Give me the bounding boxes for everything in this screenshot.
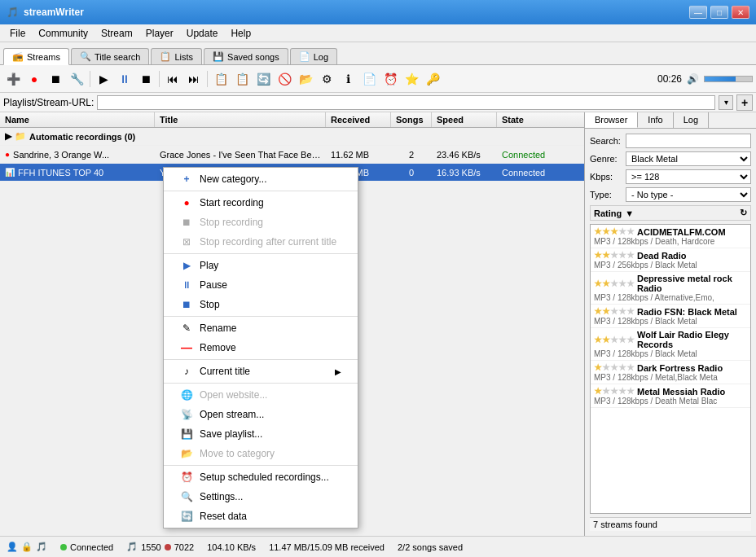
cancel-button[interactable]: 🚫 <box>275 69 294 89</box>
stream-songs-2: 0 <box>391 166 432 179</box>
ctx-start-recording[interactable]: ● Start recording <box>164 193 358 213</box>
category-songs <box>391 135 432 138</box>
refresh-streams-button[interactable]: ↻ <box>740 208 747 218</box>
ctx-current-title[interactable]: ♪ Current title ▶ <box>164 362 358 381</box>
col-songs[interactable]: Songs <box>391 112 432 127</box>
list-item[interactable]: ● Sandrine, 3 Orange W... Grace Jones - … <box>0 146 584 164</box>
maximize-button[interactable]: □ <box>710 6 728 19</box>
menu-stream[interactable]: Stream <box>94 26 139 41</box>
add-stream-button[interactable]: + <box>736 94 753 111</box>
refresh-button[interactable]: 🔄 <box>253 69 273 89</box>
stream-browser-name: ★★★★★ ACIDMETALFM.COM <box>594 226 747 237</box>
ctx-play[interactable]: ▶ Play <box>164 256 358 275</box>
kbps-select[interactable]: >= 128 <box>626 169 751 184</box>
right-panel: Browser Info Log Search: Genre: Black Me… <box>585 112 756 536</box>
prev-button[interactable]: ⏮ <box>163 69 182 89</box>
ctx-stop[interactable]: ⏹ Stop <box>164 295 358 314</box>
search-input[interactable] <box>626 134 751 148</box>
col-speed[interactable]: Speed <box>432 112 497 127</box>
pause-button[interactable]: ⏸ <box>115 69 134 89</box>
folder-icon: 📁 <box>15 131 26 142</box>
stream-browser-item[interactable]: ★★★★★ Radio FSN: Black Metal MP3 / 128kb… <box>591 305 750 328</box>
ctx-pause-label: Pause <box>200 279 227 291</box>
ctx-save-playlist[interactable]: 💾 Save playlist... <box>164 424 358 444</box>
menu-community[interactable]: Community <box>32 26 94 41</box>
tab-saved-songs[interactable]: 💾 Saved songs <box>204 48 288 64</box>
connection-status: Connected <box>60 542 113 552</box>
tab-browser[interactable]: Browser <box>585 112 638 128</box>
list-button[interactable]: 📄 <box>359 69 379 89</box>
stream-browser-item[interactable]: ★★★★★ Metal Messiah Radio MP3 / 128kbps … <box>591 384 750 408</box>
paste-button[interactable]: 📋 <box>232 69 252 89</box>
play-icon: ▶ <box>180 259 193 272</box>
tab-log-browser[interactable]: Log <box>674 112 709 128</box>
stream-browser-item[interactable]: ★★★★★ Depressive metal rock Radio MP3 / … <box>591 272 750 305</box>
col-title[interactable]: Title <box>155 112 326 127</box>
next-button[interactable]: ⏭ <box>184 69 204 89</box>
col-state[interactable]: State <box>497 112 562 127</box>
close-button[interactable]: ✕ <box>732 6 749 19</box>
play-button[interactable]: ▶ <box>94 69 113 89</box>
info-button[interactable]: ℹ <box>338 69 358 89</box>
url-input[interactable] <box>97 95 715 110</box>
ctx-settings[interactable]: 🔍 Settings... <box>164 487 358 507</box>
url-dropdown-button[interactable]: ▾ <box>719 95 733 110</box>
ctx-open-stream[interactable]: 📡 Open stream... <box>164 405 358 424</box>
ctx-open-website: 🌐 Open website... <box>164 385 358 405</box>
ctx-reset-data[interactable]: 🔄 Reset data <box>164 507 358 526</box>
volume-slider[interactable] <box>704 76 753 82</box>
tab-title-search[interactable]: 🔍 Title search <box>71 48 149 64</box>
settings-button[interactable]: ⚙ <box>317 69 336 89</box>
ctx-setup-recordings[interactable]: ⏰ Setup scheduled recordings... <box>164 467 358 487</box>
list-header: Name Title Received Songs Speed State <box>0 112 584 128</box>
ctx-pause[interactable]: ⏸ Pause <box>164 275 358 295</box>
genre-select[interactable]: Black Metal <box>626 151 751 166</box>
ctx-stop-after-title: ⊠ Stop recording after current title <box>164 232 358 252</box>
col-received[interactable]: Received <box>326 112 391 127</box>
ctx-new-category-label: New category... <box>200 173 266 185</box>
ctx-rename[interactable]: ✎ Rename <box>164 318 358 338</box>
menu-help[interactable]: Help <box>224 26 257 41</box>
songs-saved-value: 2/2 songs saved <box>398 542 463 552</box>
stop-record-button[interactable]: ⏹ <box>46 69 65 89</box>
tab-streams[interactable]: 📻 Streams <box>3 48 69 65</box>
genre-label: Genre: <box>590 154 622 164</box>
menu-file[interactable]: File <box>3 26 32 41</box>
minimize-button[interactable]: — <box>689 6 707 19</box>
ctx-new-category[interactable]: + New category... <box>164 169 358 189</box>
add-button[interactable]: ➕ <box>3 69 23 89</box>
stream-browser-item[interactable]: ★★★★★ Dark Fortress Radio MP3 / 128kbps … <box>591 361 750 384</box>
options-button[interactable]: 🔧 <box>67 69 86 89</box>
stream-browser-name: ★★★★★ Dead Radio <box>594 250 747 261</box>
star-empty-icon: ★ <box>610 250 618 260</box>
list-item[interactable]: ▶ 📁 Automatic recordings (0) <box>0 128 584 146</box>
tab-log[interactable]: 📄 Log <box>290 48 337 64</box>
record-button[interactable]: ● <box>24 69 44 89</box>
speed-segment: 104.10 KB/s <box>207 542 256 552</box>
stop-button[interactable]: ⏹ <box>136 69 156 89</box>
stream-results[interactable]: ★★★★★ ACIDMETALFM.COM MP3 / 128kbps / De… <box>590 224 751 514</box>
status-icons: 👤 🔒 🎵 <box>7 542 47 552</box>
ctx-rename-label: Rename <box>200 322 236 334</box>
tab-lists-label: Lists <box>174 52 193 62</box>
browse-button[interactable]: 📂 <box>296 69 315 89</box>
stream-browser-item[interactable]: ★★★★★ ACIDMETALFM.COM MP3 / 128kbps / De… <box>591 225 750 248</box>
log-icon: 📄 <box>299 51 310 62</box>
title-bar-left: 🎵 streamWriter <box>7 7 84 18</box>
stream-received-1: 11.62 MB <box>326 148 391 161</box>
col-name[interactable]: Name <box>0 112 155 127</box>
stream-browser-item[interactable]: ★★★★★ Dead Radio MP3 / 256kbps / Black M… <box>591 248 750 272</box>
menu-player[interactable]: Player <box>139 26 180 41</box>
type-select[interactable]: - No type - <box>626 187 751 202</box>
copy-button[interactable]: 📋 <box>211 69 231 89</box>
ctx-start-recording-label: Start recording <box>200 197 264 208</box>
key-button[interactable]: 🔑 <box>423 69 442 89</box>
menu-update[interactable]: Update <box>180 26 225 41</box>
stream-browser-item[interactable]: ★★★★★ Wolf Lair Radio Elegy Records MP3 … <box>591 328 750 361</box>
time-display: 00:26 🔊 <box>657 73 753 85</box>
tab-info[interactable]: Info <box>638 112 673 128</box>
tab-lists[interactable]: 📋 Lists <box>151 48 202 64</box>
star-button[interactable]: ⭐ <box>402 69 421 89</box>
timer-button[interactable]: ⏰ <box>380 69 400 89</box>
ctx-remove[interactable]: — Remove <box>164 338 358 357</box>
